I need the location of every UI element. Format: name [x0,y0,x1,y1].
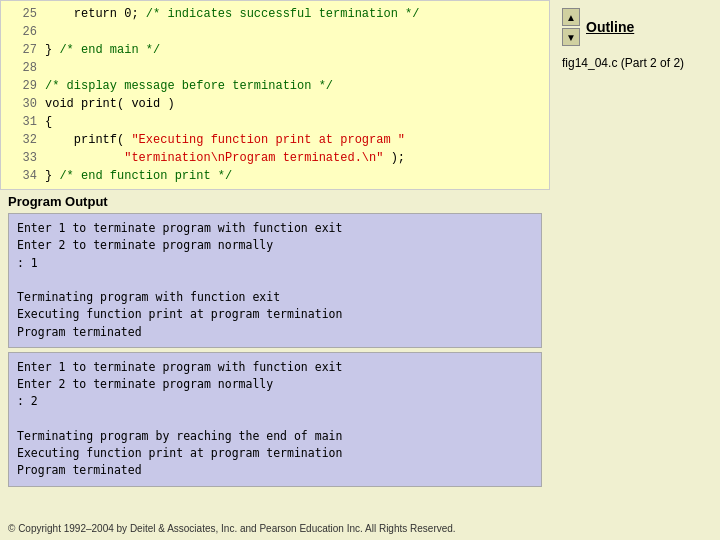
right-panel: ▲ ▼ Outline fig14_04.c (Part 2 of 2) [550,0,720,540]
output-wrapper: Program Output Enter 1 to terminate prog… [0,190,550,499]
outline-up-button[interactable]: ▲ [562,8,580,26]
line-num-28: 28 [9,59,37,77]
output-text-2: Enter 1 to terminate program with functi… [17,359,533,480]
output-text-1: Enter 1 to terminate program with functi… [17,220,533,341]
line-num-33: 33 [9,149,37,167]
program-output-label: Program Output [8,194,542,209]
line-num-32: 32 [9,131,37,149]
line-num-34: 34 [9,167,37,185]
code-line-34: 34 } /* end function print */ [9,167,541,185]
code-line-29: 29 /* display message before termination… [9,77,541,95]
code-line-31: 31 { [9,113,541,131]
outline-down-button[interactable]: ▼ [562,28,580,46]
code-text-31: { [45,113,52,131]
code-text-32: printf( "Executing function print at pro… [45,131,405,149]
line-num-26: 26 [9,23,37,41]
line-num-27: 27 [9,41,37,59]
main-container: 25 return 0; /* indicates successful ter… [0,0,720,540]
code-text-27: } /* end main */ [45,41,160,59]
outline-arrows: ▲ ▼ [562,8,580,46]
code-line-26: 26 [9,23,541,41]
code-section: 25 return 0; /* indicates successful ter… [0,0,550,190]
code-line-25: 25 return 0; /* indicates successful ter… [9,5,541,23]
line-num-25: 25 [9,5,37,23]
outline-container: ▲ ▼ Outline [562,8,708,46]
code-line-30: 30 void print( void ) [9,95,541,113]
left-panel: 25 return 0; /* indicates successful ter… [0,0,550,540]
line-num-29: 29 [9,77,37,95]
code-line-27: 27 } /* end main */ [9,41,541,59]
output-section-1: Enter 1 to terminate program with functi… [8,213,542,348]
outline-label[interactable]: Outline [586,19,634,35]
code-line-32: 32 printf( "Executing function print at … [9,131,541,149]
code-text-30: void print( void ) [45,95,175,113]
code-text-29: /* display message before termination */ [45,77,333,95]
line-num-31: 31 [9,113,37,131]
output-section-2: Enter 1 to terminate program with functi… [8,352,542,487]
code-text-34: } /* end function print */ [45,167,232,185]
code-text-25: return 0; /* indicates successful termin… [45,5,419,23]
code-line-33: 33 "termination\nProgram terminated.\n" … [9,149,541,167]
line-num-30: 30 [9,95,37,113]
copyright-text: © Copyright 1992–2004 by Deitel & Associ… [8,523,456,534]
fig-label: fig14_04.c (Part 2 of 2) [562,54,708,72]
code-line-28: 28 [9,59,541,77]
code-text-33: "termination\nProgram terminated.\n" ); [45,149,405,167]
